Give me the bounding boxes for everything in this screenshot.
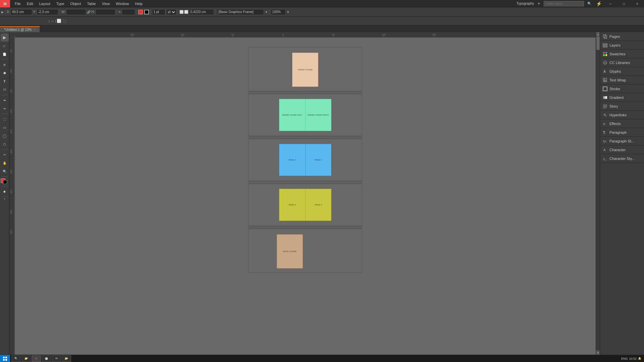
gap-tool[interactable]: ⊞ xyxy=(1,61,9,69)
right-section-hyperlinks[interactable]: Hyperlinks xyxy=(600,111,644,119)
menu-file[interactable]: File xyxy=(12,1,23,6)
taskbar-explorer2[interactable]: 📂 xyxy=(62,355,71,362)
inside-cover-right-page[interactable]: INSIDE COVER RIGHT xyxy=(305,99,331,131)
scroll-thumb[interactable] xyxy=(596,37,600,50)
cloud-sync-icon[interactable]: ⚡ xyxy=(596,1,602,6)
right-section-cc-libraries[interactable]: Cc CC Libraries xyxy=(600,58,644,67)
content-icon[interactable]: ⬛ xyxy=(62,19,67,23)
svg-text:0: 0 xyxy=(282,34,284,36)
maximize-button[interactable]: □ xyxy=(617,0,631,7)
stroke-color-swatch[interactable] xyxy=(144,10,149,14)
section-divider3 xyxy=(248,181,362,184)
right-section-text-wrap[interactable]: Text Wrap xyxy=(600,76,644,84)
frame-fitting-icon[interactable]: ⬜ xyxy=(57,19,61,23)
menu-help[interactable]: Help xyxy=(132,1,145,6)
svg-text:100: 100 xyxy=(10,69,12,73)
menu-table[interactable]: Table xyxy=(84,1,98,6)
align-center-icon[interactable]: ⬜ xyxy=(184,10,188,14)
frame-type-input[interactable] xyxy=(217,9,264,15)
y-input[interactable] xyxy=(37,9,58,15)
align-left-icon[interactable]: ⬜ xyxy=(179,10,183,14)
rectangle-tool[interactable]: ▭ xyxy=(1,123,9,131)
apply-color-btn[interactable]: ◼ xyxy=(1,187,9,195)
ellipse-tool[interactable]: ◯ xyxy=(1,132,9,140)
content-collector-tool[interactable]: ⬢ xyxy=(1,69,9,77)
taskbar-indesign[interactable]: Id xyxy=(32,355,41,362)
right-section-paragraph-styles[interactable]: ¶A Paragraph St... xyxy=(600,137,644,145)
back-cover-page[interactable]: BACK COVER xyxy=(277,234,303,268)
menu-type[interactable]: Type xyxy=(54,1,67,6)
section-divider1 xyxy=(248,91,362,94)
pencil-tool[interactable]: ✏ xyxy=(1,105,9,113)
taskbar-file-explorer[interactable]: 📁 xyxy=(21,355,31,362)
start-button[interactable] xyxy=(0,355,10,362)
rectangle-frame-tool[interactable]: ⬚ xyxy=(1,115,9,123)
menu-view[interactable]: View xyxy=(99,1,113,6)
taskbar-chrome[interactable]: ⬤ xyxy=(42,355,51,362)
right-section-effects[interactable]: fx Effects xyxy=(600,119,644,128)
opacity-dropdown-icon[interactable]: ▼ xyxy=(286,10,289,14)
minimize-button[interactable]: ─ xyxy=(604,0,617,7)
right-section-swatches[interactable]: Swatches xyxy=(600,50,644,58)
notification-icon[interactable]: 🔔 xyxy=(638,357,641,360)
right-section-paragraph[interactable]: ¶ Paragraph xyxy=(600,128,644,137)
inside-cover-left-page[interactable]: INSIDE COVER LEFT xyxy=(279,99,305,131)
right-section-character-styles[interactable]: A Character Sty... xyxy=(600,154,644,163)
stroke-swatch-large[interactable] xyxy=(3,180,7,184)
frame-type-toggle[interactable]: T xyxy=(4,198,5,201)
opacity-input[interactable] xyxy=(271,9,286,15)
taskbar-search[interactable]: 🔍 xyxy=(11,355,21,362)
x-input[interactable] xyxy=(10,9,32,15)
right-section-gradient[interactable]: Gradient xyxy=(600,93,644,102)
zoom-tool[interactable]: 🔍 xyxy=(1,167,9,175)
w-input[interactable] xyxy=(66,9,86,15)
menu-edit[interactable]: Edit xyxy=(24,1,36,6)
svg-text:A: A xyxy=(603,148,606,152)
vertical-scrollbar[interactable]: ▲ ▼ xyxy=(596,32,600,355)
right-section-layers[interactable]: Layers xyxy=(600,41,644,50)
svg-rect-43 xyxy=(605,52,607,54)
hand-tool[interactable]: ✋ xyxy=(1,159,9,167)
menu-object[interactable]: Object xyxy=(68,1,84,6)
document-tab[interactable]: *Untitled-1 @ 13% × xyxy=(0,26,40,32)
stroke-weight-unit[interactable]: pt xyxy=(166,9,176,15)
svg-text:¶: ¶ xyxy=(603,130,605,134)
taskbar-outlook[interactable]: ✉ xyxy=(52,355,61,362)
right-section-story[interactable]: Story xyxy=(600,102,644,111)
ruler-h-svg: 150 100 50 0 50 100 150 xyxy=(15,32,484,38)
right-section-stroke[interactable]: Stroke xyxy=(600,84,644,93)
transform-icon[interactable]: ↕ xyxy=(48,19,50,23)
right-section-pages[interactable]: Pages xyxy=(600,32,644,41)
canvas-area[interactable]: 150 100 50 0 50 100 150 xyxy=(15,32,596,355)
page-4[interactable]: PAGE 4 xyxy=(305,189,331,221)
rotation-input[interactable] xyxy=(122,9,135,15)
fill-color-swatch[interactable] xyxy=(138,10,143,14)
type-path-tool[interactable]: ⌇T xyxy=(1,86,9,94)
selection-tool[interactable]: ▶ xyxy=(1,34,9,42)
stroke-weight-input[interactable] xyxy=(152,9,165,15)
page-1[interactable]: PAGE 1 xyxy=(279,144,305,176)
menu-window[interactable]: Window xyxy=(113,1,131,6)
direct-select-tool[interactable]: ▷ xyxy=(1,42,9,50)
scissors-tool[interactable]: ✂ xyxy=(1,150,9,159)
pen-tool[interactable]: ✒ xyxy=(1,96,9,104)
constrain-icon[interactable]: 🔗 xyxy=(87,10,91,14)
page-tool[interactable]: 📄 xyxy=(1,50,9,58)
adobe-stock-search[interactable] xyxy=(544,1,584,6)
tab-close-icon[interactable]: × xyxy=(34,28,35,31)
frame-dropdown-icon[interactable]: ▼ xyxy=(265,10,268,14)
h-input[interactable] xyxy=(95,9,115,15)
menu-layout[interactable]: Layout xyxy=(37,1,53,6)
page-2[interactable]: PAGE 2 xyxy=(305,144,331,176)
scroll-track xyxy=(596,36,600,351)
right-section-glyphs[interactable]: A Glyphs xyxy=(600,67,644,76)
type-tool[interactable]: T xyxy=(1,77,9,85)
h-measure-input[interactable] xyxy=(189,9,214,15)
right-section-character[interactable]: A Character xyxy=(600,145,644,154)
flip-h-icon[interactable]: ↔ xyxy=(51,19,55,23)
page-3[interactable]: PAGE 3 xyxy=(279,189,305,221)
polygon-tool[interactable]: ⬡ xyxy=(1,140,9,148)
close-button[interactable]: × xyxy=(631,0,644,7)
typography-dropdown-icon[interactable]: ▼ xyxy=(537,2,540,5)
front-cover-page[interactable]: FRONT COVER xyxy=(292,53,318,87)
